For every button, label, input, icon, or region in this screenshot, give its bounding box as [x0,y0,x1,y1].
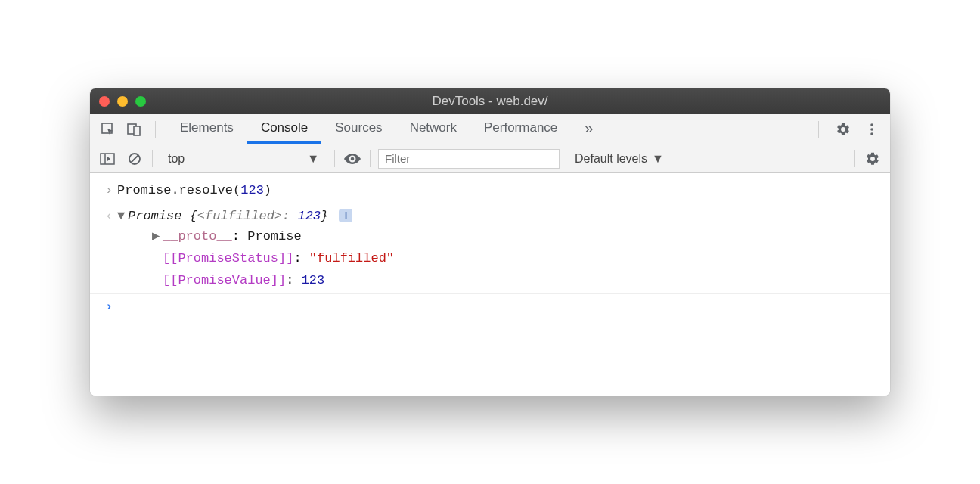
console-input-row[interactable]: › Promise.resolve(123) [90,178,890,203]
close-window-button[interactable] [99,96,110,107]
inspect-element-icon[interactable] [98,119,119,140]
sep: : [232,229,247,244]
svg-point-10 [351,157,355,161]
tab-sources[interactable]: Sources [321,114,395,144]
svg-line-9 [132,155,138,162]
output-marker-icon: ‹ [101,206,117,226]
expand-triangle-icon[interactable]: ▼ [117,206,128,226]
divider [370,150,371,167]
tab-network[interactable]: Network [396,114,470,144]
code-number: 123 [240,183,264,197]
info-badge-icon[interactable]: i [339,209,352,222]
sep: : [286,273,301,287]
context-value: top [168,152,185,166]
console-settings-icon[interactable] [863,149,882,169]
console-prompt-row[interactable]: › [90,294,890,319]
property-key: [[PromiseStatus]] [163,251,293,265]
object-state: <fulfilled> [197,209,282,223]
filter-input[interactable] [378,149,560,169]
devtools-window: DevTools - web.dev/ Elements Console Sou… [90,88,890,395]
divider [818,121,819,138]
property-key: __proto__ [163,229,232,244]
divider [854,150,855,167]
dropdown-triangle-icon: ▼ [652,152,664,166]
prompt-marker-icon: › [101,296,117,317]
object-class: Promise { [128,209,197,223]
device-toolbar-icon[interactable] [123,119,144,140]
property-row[interactable]: ▶__proto__: Promise [152,226,879,248]
minimize-window-button[interactable] [117,96,128,107]
dropdown-triangle-icon: ▼ [307,152,319,166]
code-text: ) [264,183,271,197]
clear-console-icon[interactable] [125,149,144,169]
live-expression-icon[interactable] [343,149,362,169]
code-text: Promise.resolve( [117,183,240,197]
console-output: › Promise.resolve(123) ‹ ▼Promise {<fulf… [90,173,890,395]
property-value: "fulfilled" [309,251,394,265]
property-value: 123 [302,273,325,287]
console-result-row[interactable]: ‹ ▼Promise {<fulfilled>: 123} i ▶__proto… [90,203,890,295]
sep: : [282,209,297,223]
property-key: [[PromiseValue]] [163,273,286,287]
sep: : [293,251,309,265]
more-menu-icon[interactable] [861,119,882,140]
result-summary[interactable]: ▼Promise {<fulfilled>: 123} i [117,206,879,226]
panel-tabs: Elements Console Sources Network Perform… [166,114,606,144]
tab-performance[interactable]: Performance [470,114,571,144]
tab-console[interactable]: Console [247,114,321,144]
svg-rect-2 [134,126,140,135]
tab-elements[interactable]: Elements [166,114,247,144]
levels-label: Default levels [575,152,647,166]
console-toolbar: top ▼ Default levels ▼ [90,144,890,173]
log-levels-selector[interactable]: Default levels ▼ [567,152,671,166]
object-value: 123 [297,209,321,223]
expand-triangle-icon[interactable]: ▶ [152,226,163,248]
input-expression: Promise.resolve(123) [117,180,879,200]
divider [334,150,335,167]
input-marker-icon: › [101,180,117,200]
context-selector[interactable]: top ▼ [160,150,327,167]
divider [155,121,156,138]
property-row[interactable]: [[PromiseValue]]: 123 [152,270,879,292]
sidebar-toggle-icon[interactable] [98,149,117,169]
object-properties: ▶__proto__: Promise[[PromiseStatus]]: "f… [117,226,879,292]
svg-point-5 [870,132,873,135]
property-row[interactable]: [[PromiseStatus]]: "fulfilled" [152,248,879,270]
maximize-window-button[interactable] [135,96,146,107]
settings-icon[interactable] [833,119,854,140]
tabs-overflow-icon[interactable]: » [571,114,606,144]
divider [152,150,153,167]
svg-rect-0 [102,123,112,133]
property-value: Promise [247,229,301,244]
svg-point-3 [870,123,873,126]
titlebar: DevTools - web.dev/ [90,88,890,114]
window-controls [99,96,146,107]
object-close: } [321,209,328,223]
window-title: DevTools - web.dev/ [90,94,890,109]
main-tabbar: Elements Console Sources Network Perform… [90,114,890,144]
svg-point-4 [870,128,873,131]
